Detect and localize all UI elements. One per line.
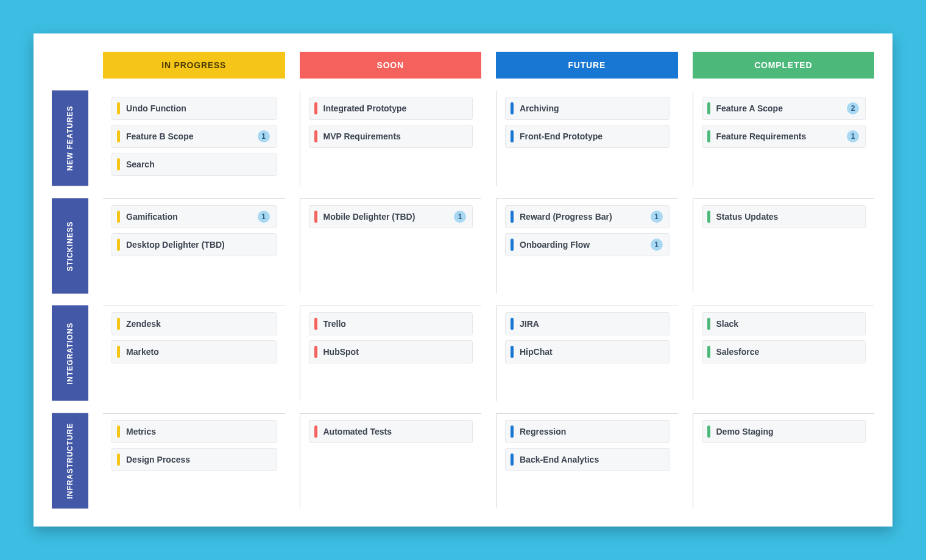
card-title: Feature B Scope [126, 131, 252, 141]
roadmap-card[interactable]: Feature A Scope2 [702, 97, 866, 120]
roadmap-card[interactable]: Integrated Prototype [309, 97, 473, 120]
cell-infrastructure-completed[interactable]: Demo Staging [693, 413, 875, 509]
card-accent [117, 346, 120, 358]
row-header-label: NEW FEATURES [66, 106, 74, 171]
card-title: Mobile Delighter (TBD) [323, 212, 448, 222]
roadmap-card[interactable]: Regression [505, 420, 670, 443]
card-title: Feature Requirements [716, 131, 841, 141]
cell-integrations-completed[interactable]: SlackSalesforce [693, 306, 875, 401]
roadmap-card[interactable]: Design Process [111, 448, 277, 471]
roadmap-card[interactable]: Slack [702, 312, 866, 335]
roadmap-card[interactable]: Undo Function [111, 97, 277, 120]
card-title: Reward (Progress Bar) [520, 212, 645, 222]
roadmap-card[interactable]: Feature B Scope1 [111, 125, 277, 148]
column-header-label: COMPLETED [754, 60, 812, 70]
column-header-label: IN PROGRESS [161, 60, 226, 70]
card-count-badge: 1 [651, 239, 663, 251]
roadmap-card[interactable]: Feature Requirements1 [702, 125, 866, 148]
card-title: HipChat [520, 347, 663, 357]
row-header-new-features[interactable]: NEW FEATURES [52, 91, 88, 186]
cell-integrations-in-progress[interactable]: ZendeskMarketo [103, 306, 285, 401]
card-count-badge: 2 [847, 102, 859, 114]
roadmap-card[interactable]: Archiving [505, 97, 670, 120]
roadmap-board: IN PROGRESS SOON FUTURE COMPLETED NEW FE… [52, 52, 874, 508]
card-title: Regression [520, 427, 663, 436]
card-title: Design Process [126, 455, 270, 464]
card-accent [511, 453, 514, 466]
card-title: Integrated Prototype [323, 103, 467, 113]
row-header-integrations[interactable]: INTEGRATIONS [52, 306, 88, 401]
cell-infrastructure-in-progress[interactable]: MetricsDesign Process [103, 413, 285, 509]
roadmap-card[interactable]: Reward (Progress Bar)1 [505, 205, 670, 228]
card-title: Feature A Scope [716, 103, 841, 113]
roadmap-card[interactable]: Mobile Delighter (TBD)1 [309, 205, 473, 228]
card-accent [314, 211, 317, 223]
card-count-badge: 1 [847, 130, 859, 142]
roadmap-card[interactable]: Automated Tests [309, 420, 473, 443]
cell-new-features-in-progress[interactable]: Undo FunctionFeature B Scope1Search [103, 91, 285, 186]
roadmap-card[interactable]: Status Updates [702, 205, 866, 228]
card-title: Status Updates [716, 212, 860, 222]
card-accent [511, 318, 514, 330]
roadmap-card[interactable]: Back-End Analytics [505, 448, 670, 471]
cell-new-features-soon[interactable]: Integrated PrototypeMVP Requirements [300, 91, 482, 186]
card-title: MVP Requirements [323, 131, 467, 141]
roadmap-card[interactable]: Desktop Delighter (TBD) [111, 233, 277, 256]
card-title: Onboarding Flow [520, 240, 645, 250]
roadmap-card[interactable]: HipChat [505, 340, 670, 363]
card-title: JIRA [520, 319, 663, 329]
card-accent [511, 102, 514, 114]
card-count-badge: 1 [258, 130, 270, 142]
roadmap-card[interactable]: JIRA [505, 312, 670, 335]
cell-stickiness-completed[interactable]: Status Updates [693, 198, 875, 294]
card-title: Gamification [126, 212, 252, 222]
card-accent [117, 425, 120, 438]
card-accent [117, 239, 120, 251]
roadmap-card[interactable]: Front-End Prototype [505, 125, 670, 148]
roadmap-card[interactable]: Marketo [111, 340, 277, 363]
card-accent [511, 425, 514, 438]
column-header-label: SOON [377, 60, 404, 70]
card-accent [117, 211, 120, 223]
roadmap-card[interactable]: Salesforce [702, 340, 866, 363]
cell-infrastructure-soon[interactable]: Automated Tests [300, 413, 482, 509]
roadmap-card[interactable]: Demo Staging [702, 420, 866, 443]
card-count-badge: 1 [651, 211, 663, 223]
cell-stickiness-future[interactable]: Reward (Progress Bar)1Onboarding Flow1 [496, 198, 678, 294]
cell-integrations-soon[interactable]: TrelloHubSpot [300, 306, 482, 401]
roadmap-card[interactable]: HubSpot [309, 340, 473, 363]
cell-new-features-completed[interactable]: Feature A Scope2Feature Requirements1 [693, 91, 875, 186]
row-header-infrastructure[interactable]: INFRASTRUCTURE [52, 413, 88, 509]
column-header-label: FUTURE [568, 60, 606, 70]
roadmap-card[interactable]: Trello [309, 312, 473, 335]
row-header-stickiness[interactable]: STICKINESS [52, 198, 88, 294]
card-title: Demo Staging [716, 427, 860, 436]
card-title: Front-End Prototype [520, 131, 663, 141]
card-accent [117, 130, 120, 142]
card-title: Back-End Analytics [520, 455, 663, 464]
cell-stickiness-in-progress[interactable]: Gamification1Desktop Delighter (TBD) [103, 198, 285, 294]
row-header-label: INTEGRATIONS [66, 322, 74, 384]
column-header-soon[interactable]: SOON [300, 52, 482, 79]
card-accent [314, 102, 317, 114]
roadmap-card[interactable]: MVP Requirements [309, 125, 473, 148]
card-accent [314, 318, 317, 330]
card-accent [117, 102, 120, 114]
card-accent [707, 318, 710, 330]
roadmap-card[interactable]: Metrics [111, 420, 277, 443]
roadmap-card[interactable]: Onboarding Flow1 [505, 233, 670, 256]
cell-integrations-future[interactable]: JIRAHipChat [496, 306, 678, 401]
roadmap-card[interactable]: Gamification1 [111, 205, 277, 228]
cell-new-features-future[interactable]: ArchivingFront-End Prototype [496, 91, 678, 186]
column-header-in-progress[interactable]: IN PROGRESS [103, 52, 285, 79]
card-title: Salesforce [716, 347, 860, 357]
roadmap-card[interactable]: Zendesk [111, 312, 277, 335]
column-header-completed[interactable]: COMPLETED [693, 52, 875, 79]
column-header-future[interactable]: FUTURE [496, 52, 678, 79]
card-accent [511, 211, 514, 223]
cell-infrastructure-future[interactable]: RegressionBack-End Analytics [496, 413, 678, 509]
roadmap-card[interactable]: Search [111, 153, 277, 176]
card-accent [511, 346, 514, 358]
card-accent [117, 318, 120, 330]
cell-stickiness-soon[interactable]: Mobile Delighter (TBD)1 [300, 198, 482, 294]
